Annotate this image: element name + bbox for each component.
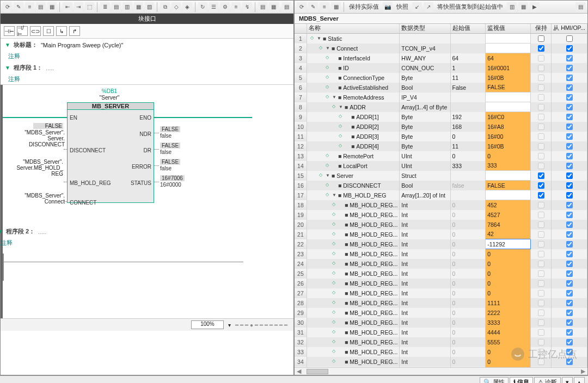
- col-name[interactable]: 名称: [307, 24, 399, 33]
- table-row[interactable]: 10◇■ADDR[2]Byte16816#A8: [295, 122, 587, 132]
- hmi-checkbox[interactable]: [566, 349, 573, 355]
- hmi-checkbox[interactable]: [566, 261, 573, 267]
- hmi-checkbox[interactable]: [566, 114, 573, 120]
- network-canvas[interactable]: %DB1 "Server" MB_SERVER EN ENO NDR DR ER…: [1, 84, 293, 318]
- collapse-icon[interactable]: ▼: [5, 42, 10, 48]
- fb-block[interactable]: MB_SERVER EN ENO NDR DR ERROR STATUS DIS…: [67, 102, 154, 203]
- table-row[interactable]: 29◇■MB_HOLD_REG...Int02222: [295, 308, 587, 318]
- hmi-checkbox[interactable]: [566, 359, 573, 365]
- copy-snapshot-label[interactable]: 将快照值复制到起始值中: [435, 3, 505, 11]
- tool-icon[interactable]: ▤: [575, 2, 585, 12]
- table-row[interactable]: 22◇■MB_HOLD_REG...Int0-11292: [295, 239, 587, 249]
- hmi-checkbox[interactable]: [566, 280, 573, 287]
- retain-checkbox[interactable]: [538, 192, 544, 199]
- keep-actual-label[interactable]: 保持实际值: [347, 3, 381, 11]
- table-row[interactable]: 30◇■MB_HOLD_REG...Int03333: [295, 318, 587, 328]
- comment-placeholder[interactable]: 注释: [1, 74, 293, 84]
- hmi-checkbox[interactable]: [566, 300, 573, 306]
- hmi-checkbox[interactable]: [566, 123, 573, 130]
- retain-checkbox[interactable]: [538, 35, 544, 42]
- collapse-icon[interactable]: ▼: [0, 228, 3, 234]
- table-row[interactable]: 11◇■ADDR[3]Byte016#00: [295, 132, 587, 141]
- retain-checkbox[interactable]: [538, 221, 544, 228]
- table-row[interactable]: 34◇■MB_HOLD_REG...Int00: [295, 357, 587, 367]
- table-row[interactable]: 14◇■LocalPortUInt333333: [295, 161, 587, 171]
- tool-icon[interactable]: ▦: [134, 2, 143, 12]
- col-monitor[interactable]: 监视值: [486, 24, 531, 33]
- col-retain[interactable]: 保持: [530, 24, 551, 33]
- snapshot-icon[interactable]: 📷: [383, 2, 393, 12]
- retain-checkbox[interactable]: [538, 212, 544, 218]
- table-row[interactable]: 24◇■MB_HOLD_REG...Int00: [295, 259, 587, 269]
- tool-icon[interactable]: ▥: [507, 2, 517, 12]
- table-row[interactable]: 5◇■ConnectionTypeByte1116#0B: [295, 73, 587, 83]
- tool-icon[interactable]: ≡: [320, 2, 329, 12]
- hmi-checkbox[interactable]: [566, 133, 573, 140]
- table-row[interactable]: 2◇▼■ConnectTCON_IP_v4: [295, 44, 587, 53]
- hmi-checkbox[interactable]: [566, 163, 573, 169]
- retain-checkbox[interactable]: [538, 280, 544, 287]
- col-datatype[interactable]: 数据类型: [400, 24, 450, 33]
- table-row[interactable]: 32◇■MB_HOLD_REG...Int05555: [295, 337, 587, 347]
- table-row[interactable]: 8◇▼■ADDRArray[1..4] of Byte: [295, 102, 587, 112]
- retain-checkbox[interactable]: [538, 133, 544, 140]
- tool-icon[interactable]: ↗: [424, 2, 433, 12]
- tool-icon[interactable]: ▤: [36, 2, 45, 12]
- hmi-checkbox[interactable]: [566, 75, 573, 81]
- retain-checkbox[interactable]: [538, 75, 544, 81]
- table-row[interactable]: 19◇■MB_HOLD_REG...Int04527: [295, 210, 587, 220]
- hmi-checkbox[interactable]: [566, 172, 573, 179]
- tool-icon[interactable]: ≣: [100, 2, 109, 12]
- hmi-checkbox[interactable]: [566, 339, 573, 345]
- table-row[interactable]: 27◇■MB_HOLD_REG...Int00: [295, 288, 587, 298]
- tool-icon[interactable]: ↯: [242, 2, 252, 12]
- hmi-checkbox[interactable]: [566, 153, 573, 159]
- hmi-checkbox[interactable]: [566, 290, 573, 296]
- tool-icon[interactable]: ✎: [308, 2, 318, 12]
- tool-icon[interactable]: ☰: [209, 2, 218, 12]
- table-row[interactable]: 31◇■MB_HOLD_REG...Int04444: [295, 328, 587, 337]
- hmi-checkbox[interactable]: [566, 35, 573, 42]
- tool-icon[interactable]: ⇤: [63, 2, 72, 12]
- retain-checkbox[interactable]: [538, 319, 544, 326]
- retain-checkbox[interactable]: [538, 55, 544, 61]
- coil-icon[interactable]: ⊂⊃: [30, 26, 41, 36]
- table-row[interactable]: 18◇■MB_HOLD_REG...Int0452: [295, 200, 587, 210]
- table-row[interactable]: 33◇■MB_HOLD_REG...Int00: [295, 347, 587, 357]
- hmi-checkbox[interactable]: [566, 329, 573, 336]
- table-row[interactable]: 4◇■IDCONN_OUC116#0001: [295, 63, 587, 73]
- table-row[interactable]: 1◇▼■Static: [295, 33, 587, 44]
- hmi-checkbox[interactable]: [566, 231, 573, 238]
- collapse-icon[interactable]: ▴: [574, 377, 585, 383]
- table-row[interactable]: 21◇■MB_HOLD_REG...Int042: [295, 230, 587, 239]
- hmi-checkbox[interactable]: [566, 310, 573, 316]
- hmi-checkbox[interactable]: [566, 270, 573, 277]
- retain-checkbox[interactable]: [538, 261, 544, 267]
- tab-properties[interactable]: 🔍属性: [480, 377, 509, 383]
- tool-icon[interactable]: ⟳: [3, 2, 12, 12]
- tool-icon[interactable]: ◈: [182, 2, 192, 12]
- contact-icon[interactable]: ⊣/⊢: [17, 26, 28, 36]
- table-row[interactable]: 23◇■MB_HOLD_REG...Int00: [295, 249, 587, 259]
- tool-icon[interactable]: ≡: [231, 2, 241, 12]
- data-grid[interactable]: 名称 数据类型 起始值 监视值 保持 从 HMI/OP... 1◇▼■Stati…: [295, 24, 587, 367]
- tool-icon[interactable]: ▤: [282, 2, 291, 12]
- table-row[interactable]: 15◇▼■ServerStruct: [295, 171, 587, 181]
- tool-icon[interactable]: ▥: [122, 2, 132, 12]
- retain-checkbox[interactable]: [538, 45, 544, 52]
- branch-icon[interactable]: ↳: [56, 26, 67, 36]
- hmi-checkbox[interactable]: [566, 104, 573, 110]
- horizontal-scrollbar[interactable]: ◀▶: [295, 367, 587, 375]
- retain-checkbox[interactable]: [538, 114, 544, 120]
- hmi-checkbox[interactable]: [566, 241, 573, 248]
- retain-checkbox[interactable]: [538, 202, 544, 208]
- hmi-checkbox[interactable]: [566, 84, 573, 91]
- tool-icon[interactable]: ▦: [518, 2, 528, 12]
- retain-checkbox[interactable]: [538, 182, 544, 189]
- retain-checkbox[interactable]: [538, 65, 544, 71]
- hmi-checkbox[interactable]: [566, 55, 573, 61]
- table-row[interactable]: 6◇■ActiveEstablishedBoolFalseFALSE: [295, 83, 587, 92]
- col-start[interactable]: 起始值: [450, 24, 486, 33]
- tool-icon[interactable]: ⚙: [220, 2, 229, 12]
- tool-icon[interactable]: ▧: [145, 2, 154, 12]
